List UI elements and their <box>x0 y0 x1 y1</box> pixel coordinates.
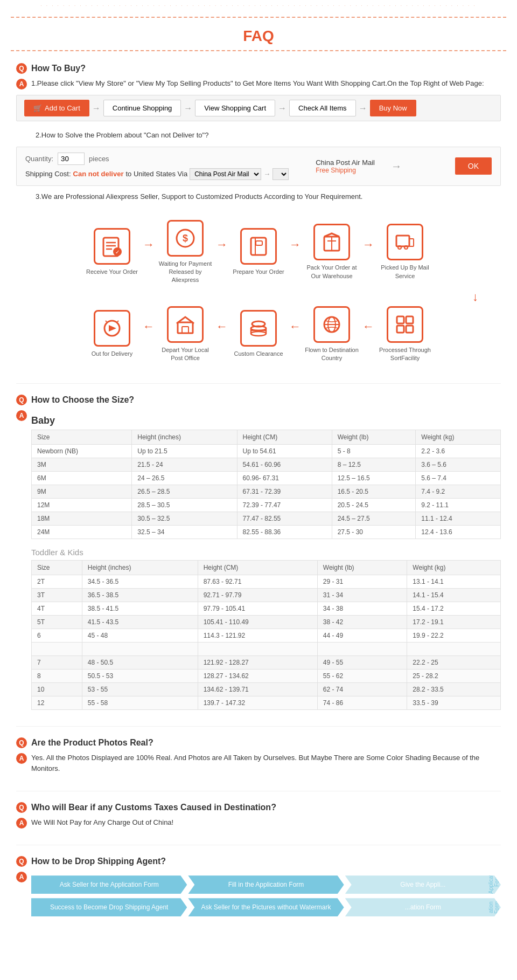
dropship-label-3: Give the Appli... <box>400 881 445 888</box>
dropship-label-4: Success to Become Drop Shipping Agent <box>50 903 168 911</box>
table-row: 4T38.5 - 41.597.79 - 105.4134 - 3815.4 -… <box>32 602 501 615</box>
toddler-col-height-cm: Height (CM) <box>198 560 317 575</box>
process-step-2: $ Waiting for Payment Released by Aliexp… <box>156 220 215 285</box>
question-customs-text: Who will Bear if any Customs Taxes Cause… <box>31 803 276 812</box>
toddler-size-table: Size Height (inches) Height (CM) Weight … <box>31 560 501 710</box>
rotated-text-1: Application Form <box>488 875 500 894</box>
processed-sortfacility-icon <box>387 306 423 343</box>
table-row: 3T36.5 - 38.592.71 - 97.7931 - 3414.1 - … <box>32 588 501 602</box>
svg-rect-23 <box>182 327 188 333</box>
dropship-steps: Ask Seller for the Application Form Fill… <box>31 871 501 921</box>
dropship-step-4: Success to Become Drop Shipping Agent <box>31 898 187 916</box>
answer-3: 3.We are Professional Aliexpress Seller,… <box>16 191 501 203</box>
qty-label: Quantity: <box>25 155 53 163</box>
process-label-8: Custom Clearance <box>234 350 283 358</box>
answer-customs: A We Will Not Pay for Any Charge Out of … <box>16 817 501 829</box>
shipping-info: China Post Air Mail Free Shipping <box>316 158 375 174</box>
process-arrow-left-3: ← <box>288 320 302 334</box>
a-icon-customs: A <box>16 818 27 829</box>
cart-icon: 🛒 <box>33 104 42 112</box>
baby-col-weight-kg: Weight (kg) <box>416 430 501 444</box>
down-arrow: ↓ <box>472 290 478 304</box>
add-to-cart-label: Add to Cart <box>45 104 80 112</box>
section-photos: Q Are the Product Photos Real? A Yes. Al… <box>0 731 517 787</box>
answer-size: A Baby Size Height (inches) Height (CM) … <box>16 410 501 710</box>
svg-rect-36 <box>406 316 413 323</box>
continue-shopping-button[interactable]: Continue Shopping <box>103 100 181 116</box>
baby-category: Baby <box>31 415 501 426</box>
size-tables: Baby Size Height (inches) Height (CM) We… <box>31 410 501 710</box>
ok-button[interactable]: OK <box>455 157 492 175</box>
question-2-text: 2.How to Solve the Problem about "Can no… <box>36 130 208 141</box>
process-arrow-left-4: ← <box>361 320 375 334</box>
divider-1 <box>16 383 501 384</box>
table-row: 5T41.5 - 43.5105.41 - 110.4938 - 4217.2 … <box>32 615 501 629</box>
section-size: Q How to Choose the Size? A Baby Size He… <box>0 388 517 722</box>
dropship-row-1: Ask Seller for the Application Form Fill… <box>31 875 501 894</box>
process-arrow-4: → <box>361 238 375 252</box>
process-label-2: Waiting for Payment Released by Aliexpre… <box>156 260 215 285</box>
toddler-col-weight-kg: Weight (kg) <box>407 560 501 575</box>
add-to-cart-button[interactable]: 🛒 Add to Cart <box>24 100 89 116</box>
svg-line-21 <box>117 321 118 322</box>
q-icon-photos: Q <box>16 737 27 748</box>
dropship-label-1: Ask Seller for the Application Form <box>60 881 159 888</box>
process-arrow-left-1: ← <box>142 320 156 334</box>
down-arrow-row: ↓ <box>11 290 506 304</box>
table-row: 24M32.5 – 3482.55 - 88.3627.5 - 3012.4 -… <box>32 525 501 539</box>
process-label-5: Picked Up By Mail Service <box>375 264 435 280</box>
shipping-free-text: Free Shipping <box>316 167 375 174</box>
arrow-3: → <box>275 103 289 113</box>
baby-col-weight-lb: Weight (lb) <box>332 430 416 444</box>
answer-1-text: 1.Please click "View My Store" or "View … <box>31 78 484 89</box>
table-row: 748 - 50.5121.92 - 128.2749 - 5522.2 - 2… <box>32 655 501 669</box>
process-arrow-3: → <box>288 238 302 252</box>
question-photos: Q Are the Product Photos Real? <box>16 737 501 748</box>
section-dropship: Q How to be Drop Shipping Agent? A Ask S… <box>0 850 517 933</box>
question-3-text: 3.We are Professional Aliexpress Seller,… <box>36 191 362 203</box>
answer-dropship: A Ask Seller for the Application Form Fi… <box>16 871 501 921</box>
process-row-1: ✓ Receive Your Order → $ Waiting for Pay… <box>11 220 506 285</box>
answer-photos: A Yes. All the Photos Displayed are 100%… <box>16 753 501 775</box>
svg-point-17 <box>404 246 408 249</box>
answer-2: 2.How to Solve the Problem about "Can no… <box>16 130 501 141</box>
process-step-7: Depart Your Local Post Office <box>156 306 215 363</box>
table-row: 645 - 48114.3 - 121.9244 - 4919.9 - 22.2 <box>32 629 501 642</box>
flown-destination-icon <box>313 306 350 343</box>
q-icon-size: Q <box>16 395 27 405</box>
shipping-via-select[interactable]: China Post Air Mail <box>190 168 261 180</box>
pack-order-icon <box>313 224 350 260</box>
dropship-step-1: Ask Seller for the Application Form <box>31 875 187 894</box>
shipping-method-select[interactable] <box>273 168 289 180</box>
qty-input[interactable] <box>58 153 85 165</box>
custom-clearance-icon <box>240 310 277 347</box>
buy-now-button[interactable]: Buy Now <box>370 100 416 116</box>
process-label-10: Processed Through SortFacility <box>375 346 435 363</box>
baby-col-height-cm: Height (CM) <box>237 430 332 444</box>
svg-rect-38 <box>406 326 413 333</box>
table-row: 1255 - 58139.7 - 147.3274 - 8633.5 - 39 <box>32 696 501 709</box>
process-arrow-left-2: ← <box>215 320 229 334</box>
table-row: 6M24 – 26.560.96- 67.3112.5 – 16.55.6 – … <box>32 471 501 485</box>
svg-point-16 <box>398 246 401 249</box>
picked-up-icon <box>387 224 423 260</box>
check-all-items-button[interactable]: Check All Items <box>289 100 356 116</box>
table-row: 18M30.5 – 32.577.47 - 82.5524.5 – 27.511… <box>32 512 501 525</box>
answer-1: A 1.Please click "View My Store" or "Vie… <box>16 78 501 89</box>
dropship-label-6: ...ation Form <box>405 903 441 911</box>
svg-rect-35 <box>397 316 404 323</box>
q-icon-dropship: Q <box>16 856 27 867</box>
rotated-text-2: ation Form <box>488 898 500 916</box>
process-section: ✓ Receive Your Order → $ Waiting for Pay… <box>0 215 517 379</box>
process-arrow-1: → <box>142 238 156 252</box>
svg-marker-19 <box>109 325 116 332</box>
shipping-to-text: to United States Via <box>125 170 187 178</box>
shipping-row: Shipping Cost: Can not deliver to United… <box>25 168 289 180</box>
dropship-label-2: Fill in the Application Form <box>228 881 304 888</box>
cannot-deliver-text: Can not deliver <box>73 170 124 178</box>
faq-title: FAQ <box>243 27 274 44</box>
question-dropship: Q How to be Drop Shipping Agent? <box>16 856 501 867</box>
view-cart-button[interactable]: View Shopping Cart <box>195 100 275 116</box>
question-photos-text: Are the Product Photos Real? <box>31 738 153 748</box>
qty-input-row: Quantity: pieces <box>25 153 289 165</box>
